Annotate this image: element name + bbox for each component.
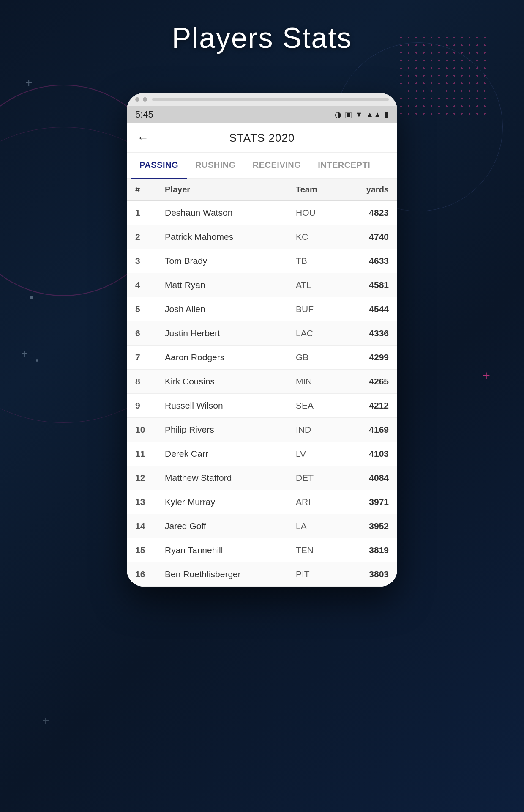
cell-player: Tom Brady — [165, 256, 296, 266]
cell-yards: 3803 — [347, 569, 389, 579]
cell-team: SEA — [296, 401, 347, 411]
cell-rank: 5 — [135, 304, 165, 314]
cell-team: IND — [296, 425, 347, 435]
table-row: 5 Josh Allen BUF 4544 — [127, 297, 397, 321]
col-rank: # — [135, 185, 165, 195]
cell-rank: 6 — [135, 328, 165, 338]
cell-player: Russell Wilson — [165, 401, 296, 411]
cell-rank: 14 — [135, 521, 165, 531]
table-row: 1 Deshaun Watson HOU 4823 — [127, 201, 397, 225]
dot-accent-1 — [30, 296, 33, 299]
table-body: 1 Deshaun Watson HOU 4823 2 Patrick Maho… — [127, 201, 397, 587]
cell-team: BUF — [296, 304, 347, 314]
plus-icon-3: + — [482, 368, 490, 384]
cell-rank: 1 — [135, 208, 165, 218]
dot-accent-2 — [36, 359, 38, 362]
cell-rank: 13 — [135, 497, 165, 507]
cell-team: TB — [296, 256, 347, 266]
col-team: Team — [296, 185, 347, 195]
page-title: Players Stats — [0, 21, 524, 54]
table-row: 7 Aaron Rodgers GB 4299 — [127, 346, 397, 370]
cell-rank: 7 — [135, 352, 165, 362]
table-row: 10 Philip Rivers IND 4169 — [127, 418, 397, 442]
phone-mockup: 5:45 ◑ ▣ ▼ ▲▲ ▮ ← STATS 2020 PASSING RUS… — [127, 93, 397, 587]
cell-team: LAC — [296, 328, 347, 338]
sim-icon: ▣ — [345, 110, 352, 119]
cell-yards: 4544 — [347, 304, 389, 314]
cell-yards: 4633 — [347, 256, 389, 266]
cell-yards: 4740 — [347, 232, 389, 242]
cell-yards: 4212 — [347, 401, 389, 411]
cell-player: Ryan Tannehill — [165, 545, 296, 555]
app-header: ← STATS 2020 — [127, 123, 397, 153]
cell-rank: 16 — [135, 569, 165, 579]
cell-team: HOU — [296, 208, 347, 218]
cell-player: Jared Goff — [165, 521, 296, 531]
cell-player: Kyler Murray — [165, 497, 296, 507]
cell-team: MIN — [296, 376, 347, 387]
cell-team: ARI — [296, 497, 347, 507]
cell-team: LV — [296, 449, 347, 459]
cell-rank: 8 — [135, 376, 165, 387]
tab-bar: PASSING RUSHING RECEIVING INTERCEPTI — [127, 153, 397, 179]
cell-team: TEN — [296, 545, 347, 555]
cell-yards: 4581 — [347, 280, 389, 290]
table-row: 13 Kyler Murray ARI 3971 — [127, 490, 397, 514]
tab-passing[interactable]: PASSING — [131, 153, 187, 179]
cell-rank: 12 — [135, 473, 165, 483]
tab-rushing[interactable]: RUSHING — [187, 153, 244, 178]
cell-yards: 3971 — [347, 497, 389, 507]
tab-receiving[interactable]: RECEIVING — [244, 153, 310, 178]
wifi-icon: ▼ — [355, 110, 363, 119]
cell-team: ATL — [296, 280, 347, 290]
cell-rank: 4 — [135, 280, 165, 290]
table-row: 16 Ben Roethlisberger PIT 3803 — [127, 562, 397, 587]
cell-player: Philip Rivers — [165, 425, 296, 435]
table-row: 3 Tom Brady TB 4633 — [127, 249, 397, 273]
cell-rank: 2 — [135, 232, 165, 242]
plus-icon-2: + — [21, 347, 28, 360]
phone-top-bar — [127, 93, 397, 106]
table-row: 12 Matthew Stafford DET 4084 — [127, 466, 397, 490]
table-row: 9 Russell Wilson SEA 4212 — [127, 394, 397, 418]
col-yards: yards — [347, 185, 389, 195]
cell-yards: 4265 — [347, 376, 389, 387]
table-row: 4 Matt Ryan ATL 4581 — [127, 273, 397, 297]
cell-team: GB — [296, 352, 347, 362]
phone-dot-2 — [143, 97, 147, 102]
plus-icon-4: + — [42, 714, 49, 727]
cell-rank: 15 — [135, 545, 165, 555]
cell-player: Derek Carr — [165, 449, 296, 459]
cell-rank: 3 — [135, 256, 165, 266]
cell-rank: 11 — [135, 449, 165, 459]
cell-player: Deshaun Watson — [165, 208, 296, 218]
cell-yards: 4084 — [347, 473, 389, 483]
app-header-title: STATS 2020 — [156, 132, 368, 145]
cell-player: Josh Allen — [165, 304, 296, 314]
cell-yards: 3819 — [347, 545, 389, 555]
table-row: 15 Ryan Tannehill TEN 3819 — [127, 538, 397, 562]
cell-yards: 4299 — [347, 352, 389, 362]
table-header: # Player Team yards — [127, 179, 397, 201]
cell-player: Matt Ryan — [165, 280, 296, 290]
status-icons: ◑ ▣ ▼ ▲▲ ▮ — [335, 110, 389, 119]
tab-interceptions[interactable]: INTERCEPTI — [309, 153, 379, 178]
cell-player: Kirk Cousins — [165, 376, 296, 387]
table-row: 2 Patrick Mahomes KC 4740 — [127, 225, 397, 249]
cell-player: Matthew Stafford — [165, 473, 296, 483]
cell-player: Justin Herbert — [165, 328, 296, 338]
back-button[interactable]: ← — [137, 131, 149, 145]
cell-yards: 4823 — [347, 208, 389, 218]
cell-yards: 3952 — [347, 521, 389, 531]
table-row: 6 Justin Herbert LAC 4336 — [127, 321, 397, 346]
battery-icon: ▮ — [385, 110, 389, 119]
cell-player: Patrick Mahomes — [165, 232, 296, 242]
status-bar: 5:45 ◑ ▣ ▼ ▲▲ ▮ — [127, 106, 397, 123]
table-row: 14 Jared Goff LA 3952 — [127, 514, 397, 538]
table-row: 11 Derek Carr LV 4103 — [127, 442, 397, 466]
status-time: 5:45 — [135, 109, 153, 120]
cell-yards: 4336 — [347, 328, 389, 338]
table-row: 8 Kirk Cousins MIN 4265 — [127, 370, 397, 394]
cell-team: KC — [296, 232, 347, 242]
phone-dot-1 — [135, 97, 139, 102]
